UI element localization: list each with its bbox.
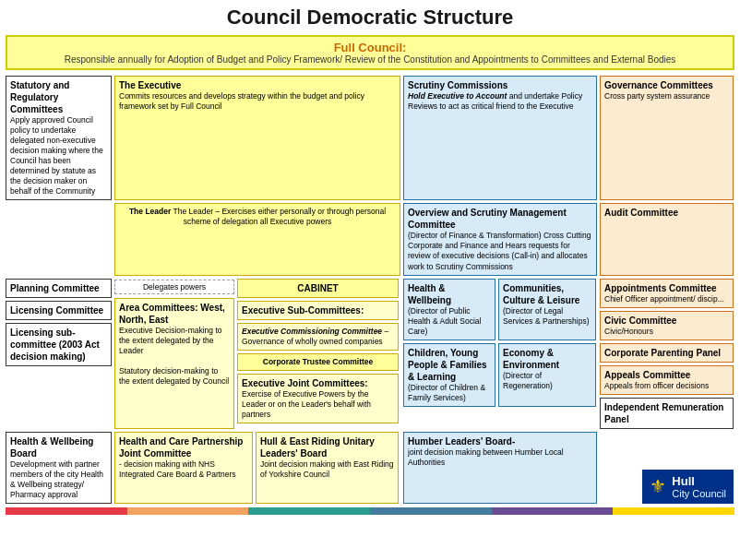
hull-logo: ⚜ Hull City Council (642, 470, 734, 504)
hw-scrutiny-body: (Director of Public Health & Adult Socia… (408, 306, 491, 337)
strip-5 (492, 507, 614, 515)
leader-box: The Leader The Leader – Exercises either… (114, 203, 400, 275)
ind-rem-title: Independent Remuneration Panel (604, 401, 729, 425)
humber-body: joint decision making between Humber Loc… (408, 447, 592, 468)
strip-3 (248, 507, 370, 515)
exec-sub-box: Executive Sub-Committees: (237, 301, 399, 320)
executive-main: Delegates powers Area Committees: West, … (114, 279, 400, 429)
leader-text: The Leader The Leader – Exercises either… (119, 207, 396, 227)
econ-scrutiny-body: (Director of Regeneration) (503, 371, 591, 391)
area-title: Area Committees: West, North, East (119, 302, 230, 326)
her-joint-title: Hull & East Riding Unitary Leaders' Boar… (260, 435, 394, 459)
strip-1 (6, 507, 127, 515)
child-scrutiny-title: Children, Young People & Families & Lear… (408, 347, 491, 383)
statutory-committees: Planning Committee Licensing Committee L… (6, 279, 112, 429)
civic-desc: Civic/Honours (604, 327, 729, 337)
statutory-spacer (6, 203, 112, 275)
licensing-committee: Licensing Committee (6, 301, 112, 320)
joint-committee-area: Health and Care Partnership Joint Commit… (114, 432, 400, 504)
hull-crest-icon: ⚜ (650, 475, 666, 497)
full-council-title: Full Council: (15, 41, 725, 54)
exec-joint-box: Executive Joint Committees: Exercise of … (237, 374, 399, 423)
comm-scrutiny-title: Communities, Culture & Leisure (503, 282, 591, 306)
comm-scrutiny-body: (Director of Legal Services & Partnershi… (503, 306, 591, 327)
corp-parenting-title: Corporate Parenting Panel (604, 347, 729, 359)
appeals-title: Appeals Committee (604, 369, 729, 381)
hull-council: City Council (672, 488, 726, 499)
cabinet-col: CABINET Executive Sub-Committees: Execut… (237, 279, 399, 429)
full-council-desc: Responsible annually for Adoption of Bud… (15, 54, 725, 65)
strip-6 (613, 507, 734, 515)
area-col: Delegates powers Area Committees: West, … (114, 279, 234, 429)
exec-joint-label: Executive Joint Committees: (242, 377, 394, 389)
page-title: Council Democratic Structure (6, 6, 734, 30)
scrutiny-sub-row1: Health & Wellbeing (Director of Public H… (403, 279, 597, 340)
exec-commissioning-box: Executive Commissioning Committee – Gove… (237, 323, 399, 351)
statutory-body: Apply approved Council policy to underta… (10, 115, 107, 197)
planning-committee: Planning Committee (6, 279, 112, 298)
econ-scrutiny-title: Economy & Environment (503, 347, 591, 371)
audit-title: Audit Committee (604, 207, 729, 219)
health-wellbeing-scrutiny: Health & Wellbeing (Director of Public H… (403, 279, 495, 340)
planning-label: Planning Committee (10, 282, 107, 294)
licensing-label: Licensing Committee (10, 304, 107, 316)
full-council-banner: Full Council: Responsible annually for A… (6, 35, 734, 70)
governance-body: Cross party system assurance (604, 91, 729, 101)
hw-scrutiny-title: Health & Wellbeing (408, 282, 491, 306)
logo-area: ⚜ Hull City Council (600, 432, 734, 504)
overview-scrutiny-box: Overview and Scrutiny Management Committ… (403, 203, 597, 275)
appointments-box: Appointments Committee Chief Officer app… (600, 279, 734, 308)
children-scrutiny: Children, Young People & Families & Lear… (403, 343, 495, 407)
corp-trustee-label: Corporate Trustee Committee (242, 357, 394, 367)
leader-title: The Leader (129, 207, 171, 216)
governance-title: Governance Committees (604, 79, 729, 91)
delegates-note: Delegates powers (114, 280, 234, 294)
scrutiny-sub-row2: Children, Young People & Families & Lear… (403, 343, 597, 407)
hwb-body: Development with partner members of the … (10, 459, 107, 500)
executive-title: The Executive (119, 79, 396, 91)
header-row: Statutory and Regulatory Committees Appl… (6, 76, 734, 200)
licensing-sub-label: Licensing sub-committee (2003 Act decisi… (10, 327, 107, 363)
strip-4 (370, 507, 492, 515)
her-joint-body: Joint decision making with East Riding o… (260, 459, 394, 480)
appeals-box: Appeals Committee Appeals from officer d… (600, 365, 734, 395)
middle-row: Planning Committee Licensing Committee L… (6, 279, 734, 429)
statutory-title: Statutory and Regulatory Committees (10, 79, 107, 115)
hwb-title: Health & Wellbeing Board (10, 435, 107, 459)
area-committees-box: Area Committees: West, North, East Execu… (114, 298, 234, 429)
exec-sub-label: Executive Sub-Committees: (242, 304, 394, 316)
audit-committee-box: Audit Committee (600, 203, 734, 275)
leader-row: The Leader The Leader – Exercises either… (6, 203, 734, 275)
hull-east-riding-joint: Hull & East Riding Unitary Leaders' Boar… (256, 432, 399, 504)
overview-body: (Director of Finance & Transformation) C… (408, 231, 592, 271)
civic-box: Civic Committee Civic/Honours (600, 311, 734, 340)
executive-body: Commits resources and develops strategy … (119, 91, 396, 112)
scrutiny-body: Hold Executive to Account and undertake … (408, 91, 592, 112)
governance-header: Governance Committees Cross party system… (600, 76, 734, 200)
diagram: Statutory and Regulatory Committees Appl… (6, 76, 734, 504)
communities-scrutiny: Communities, Culture & Leisure (Director… (498, 279, 596, 340)
exec-commissioning-title: Executive Commissioning Committee (242, 327, 382, 336)
overview-title: Overview and Scrutiny Management Committ… (408, 207, 592, 231)
scrutiny-header: Scrutiny Commissions Hold Executive to A… (403, 76, 597, 200)
scrutiny-body-bold: Hold Executive to Account (408, 91, 507, 101)
corp-trustee-box: Corporate Trustee Committee (237, 353, 399, 371)
economy-scrutiny: Economy & Environment (Director of Regen… (498, 343, 596, 407)
child-scrutiny-body: (Director of Children & Family Services) (408, 383, 491, 403)
exec-commissioning-text: Executive Commissioning Committee – Gove… (242, 327, 394, 347)
ind-remuneration-box: Independent Remuneration Panel (600, 398, 734, 429)
statutory-header: Statutory and Regulatory Committees Appl… (6, 76, 112, 200)
humber-title: Humber Leaders' Board- (408, 435, 592, 447)
area-body: Executive Decision-making to the extent … (119, 326, 230, 387)
hull-city: Hull (672, 474, 726, 488)
strip-2 (127, 507, 249, 515)
civic-title: Civic Committee (604, 315, 729, 327)
cabinet-box: CABINET (237, 279, 399, 298)
bottom-row: Health & Wellbeing Board Development wit… (6, 432, 734, 504)
hc-joint-body: - decision making with NHS Integrated Ca… (119, 459, 248, 480)
health-care-joint: Health and Care Partnership Joint Commit… (114, 432, 253, 504)
scrutiny-title: Scrutiny Commissions (408, 79, 592, 91)
exec-joint-body: Exercise of Executive Powers by the Lead… (242, 389, 394, 420)
cabinet-label: CABINET (242, 282, 394, 294)
licensing-subcommittee: Licensing sub-committee (2003 Act decisi… (6, 323, 112, 366)
